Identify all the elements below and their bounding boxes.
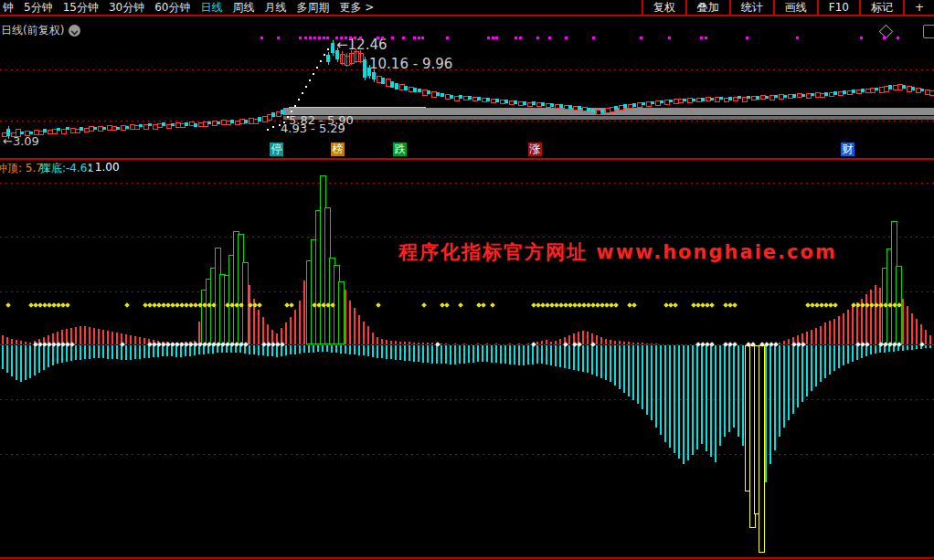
indicator-bar-up	[555, 341, 557, 344]
indicator-bar-up	[847, 310, 849, 344]
toolbar-period-item-4[interactable]: 60分钟	[154, 0, 190, 15]
chevron-down-icon[interactable]	[69, 25, 80, 37]
indicator-bar-up	[290, 317, 292, 344]
candle	[632, 103, 636, 107]
indicator-yellow-dot	[481, 302, 486, 308]
indicator-bar-up	[632, 343, 634, 344]
candle	[843, 90, 846, 94]
indicator-header-item-2: : 1.00	[88, 161, 120, 174]
indicator-bar-up	[838, 316, 840, 344]
price-band-lower	[283, 116, 934, 120]
toolbar-period-item-7[interactable]: 月线	[264, 0, 286, 15]
toolbar-tool-item-4[interactable]: F10	[817, 0, 859, 15]
signal-dot	[421, 37, 424, 39]
indicator-bar-up	[390, 341, 392, 344]
indicator-bar-up	[372, 333, 374, 344]
indicator-bar-down	[116, 345, 118, 359]
trail-dot	[272, 126, 274, 128]
toolbar-tool-item-6[interactable]: +	[903, 0, 934, 15]
indicator-bar-up	[98, 329, 100, 344]
indicator-bar-up	[582, 331, 584, 344]
signal-dot	[860, 37, 863, 39]
indicator-bar-down	[472, 345, 474, 363]
trail-dot	[302, 92, 303, 94]
signal-dot	[668, 37, 671, 39]
indicator-bar-up	[386, 340, 387, 344]
candle	[600, 109, 604, 112]
indicator-bar-up	[550, 342, 552, 344]
indicator-bar-down	[715, 345, 716, 462]
toolbar-period-item-8[interactable]: 多周期	[296, 0, 329, 15]
toolbar-tool-item-1[interactable]: 叠加	[685, 0, 729, 15]
panel-icon[interactable]	[923, 25, 934, 38]
indicator-bar-down	[80, 345, 81, 360]
indicator-bar-up	[422, 343, 424, 344]
range-price-label: 10.16 - 9.96	[369, 56, 452, 72]
indicator-bar-down	[500, 345, 502, 364]
candle	[230, 120, 234, 123]
bottom-border	[0, 557, 934, 559]
indicator-bar-down	[313, 345, 314, 353]
indicator-bar-down	[11, 345, 13, 376]
indicator-bar-up	[463, 343, 465, 344]
indicator-bar-down	[130, 345, 132, 360]
candle	[692, 99, 695, 101]
toolbar-tool-item-5[interactable]: 标记	[859, 0, 903, 15]
toolbar-period-item-1[interactable]: 5分钟	[24, 0, 53, 15]
indicator-bar-down	[774, 345, 776, 450]
indicator-bar-up	[358, 315, 360, 344]
indicator-bar-down	[550, 345, 552, 365]
candle	[801, 94, 805, 97]
indicator-bar-down	[847, 345, 849, 364]
toolbar-tool-item-2[interactable]: 统计	[729, 0, 773, 15]
candle	[911, 87, 915, 90]
period-toolbar: 钟5分钟15分钟30分钟60分钟日线周线月线多周期更多 > 复权叠加统计画线F1…	[0, 0, 934, 15]
trail-dot	[305, 86, 307, 88]
toolbar-period-item-0[interactable]: 钟	[3, 0, 14, 15]
candle	[418, 89, 421, 92]
indicator-bar-down	[258, 345, 260, 355]
toolbar-period-item-3[interactable]: 30分钟	[109, 0, 144, 15]
indicator-bar-down	[674, 345, 675, 453]
indicator-bar-down	[916, 345, 918, 349]
indicator-bar-down	[833, 345, 835, 371]
tools-toolbar-right: 复权叠加统计画线F10标记+	[642, 0, 934, 15]
indicator-bar-down	[121, 345, 122, 360]
marker-badge-停[interactable]: 停	[270, 143, 283, 156]
indicator-bar-down	[591, 345, 593, 375]
indicator-bar-down	[395, 345, 397, 360]
indicator-bar-down	[596, 345, 598, 376]
chart-mode-tab[interactable]: 日线(前复权)	[1, 23, 64, 38]
indicator-bar-down	[20, 345, 22, 382]
toolbar-period-item-5[interactable]: 日线	[200, 0, 222, 15]
candle	[792, 94, 796, 98]
indicator-bar-down	[518, 345, 520, 365]
indicator-bar-down	[660, 345, 662, 435]
toolbar-period-item-2[interactable]: 15分钟	[63, 0, 99, 15]
indicator-bar-up	[587, 332, 589, 344]
toolbar-period-item-6[interactable]: 周线	[232, 0, 254, 15]
signal-dot	[335, 37, 338, 39]
indicator-bar-down	[806, 345, 808, 396]
indicator-bar-up	[418, 343, 419, 344]
toolbar-tool-item-3[interactable]: 画线	[773, 0, 817, 15]
trail-dot	[291, 111, 292, 112]
indicator-bar-down	[852, 345, 854, 362]
indicator-bar-up	[367, 326, 369, 344]
marker-badge-榜[interactable]: 榜	[331, 143, 345, 156]
indicator-bar-up	[143, 338, 145, 344]
signal-dot	[592, 37, 595, 39]
marker-badge-财[interactable]: 财	[841, 143, 854, 156]
indicator-bar-down	[404, 345, 406, 361]
indicator-bar-down	[815, 345, 817, 386]
candle-wick	[374, 69, 375, 82]
marker-badge-跌[interactable]: 跌	[393, 143, 407, 156]
diamond-icon[interactable]	[879, 25, 894, 39]
indicator-bar-up	[107, 331, 109, 344]
signal-dot	[746, 37, 748, 39]
toolbar-tool-item-0[interactable]: 复权	[642, 0, 685, 15]
toolbar-period-item-9[interactable]: 更多 >	[339, 0, 374, 15]
candle	[756, 96, 759, 100]
trail-dot	[279, 124, 281, 126]
marker-badge-涨[interactable]: 涨	[528, 143, 542, 156]
